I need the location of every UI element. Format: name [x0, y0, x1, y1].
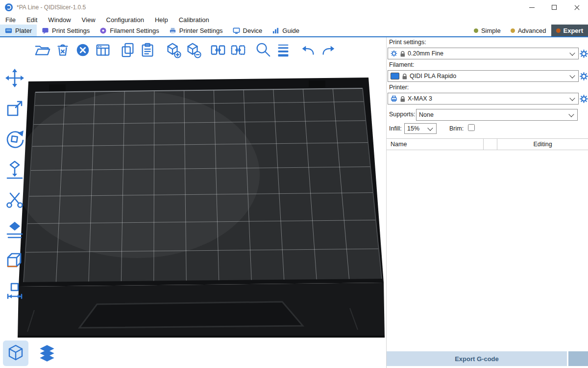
tab-guide[interactable]: Guide — [267, 25, 304, 36]
layer-height-icon — [275, 42, 292, 58]
editor-cube-icon — [6, 343, 25, 363]
chevron-down-icon — [427, 125, 433, 131]
column-header-name[interactable]: Name — [387, 139, 484, 150]
delete-button[interactable] — [54, 40, 71, 60]
rotate-tool-button[interactable] — [3, 128, 26, 150]
move-tool-button[interactable] — [3, 67, 26, 89]
copy-button[interactable] — [120, 40, 136, 60]
export-options-button[interactable] — [568, 351, 588, 366]
arrange-icon — [95, 42, 111, 58]
tab-printer-settings-label: Printer Settings — [179, 27, 223, 34]
menu-file[interactable]: File — [0, 16, 21, 24]
supports-label: Supports: — [389, 111, 416, 118]
print-preset-combobox[interactable]: 0.20mm Fine — [388, 48, 579, 59]
undo-button[interactable] — [300, 40, 317, 60]
tab-printer-settings[interactable]: Printer Settings — [164, 25, 228, 36]
split-parts-icon — [230, 42, 246, 58]
print-preset-value: 0.20mm Fine — [408, 50, 443, 57]
print-settings-icon — [42, 27, 49, 34]
infill-label: Infill: — [389, 125, 402, 132]
guide-icon — [272, 27, 279, 34]
brim-label: Brim: — [449, 125, 464, 132]
tab-plater[interactable]: Plater — [0, 25, 37, 36]
printer-preset-value: X-MAX 3 — [408, 95, 432, 102]
arrange-button[interactable] — [95, 40, 111, 60]
mode-switcher: Simple Advanced Expert — [469, 25, 588, 36]
printer-settings-icon — [169, 27, 176, 34]
delete-all-button[interactable] — [74, 40, 91, 60]
viewport-3d-scene[interactable] — [0, 37, 386, 368]
print-settings-gear-button[interactable] — [579, 49, 588, 58]
viewport-3d[interactable] — [0, 37, 386, 368]
filament-settings-icon — [99, 27, 107, 34]
filament-preset-value: QIDI PLA Rapido — [410, 73, 456, 79]
mode-simple[interactable]: Simple — [469, 25, 506, 36]
infill-combobox[interactable]: 15% — [404, 123, 437, 134]
filament-preset-combobox[interactable]: QIDI PLA Rapido — [388, 70, 579, 82]
place-on-face-tool-button[interactable] — [3, 158, 26, 181]
tab-print-settings[interactable]: Print Settings — [37, 25, 95, 36]
minimize-icon — [529, 7, 535, 8]
copy-icon — [120, 42, 136, 58]
remove-instance-button[interactable] — [185, 40, 201, 60]
left-toolbar — [3, 67, 26, 302]
gear-icon — [580, 72, 588, 80]
menu-calibration[interactable]: Calibration — [173, 16, 215, 24]
mirror-icon — [4, 280, 25, 302]
menu-view[interactable]: View — [76, 16, 101, 24]
chevron-down-icon — [569, 50, 575, 55]
titlebar: *PA Line - QIDISlicer-1.0.5 — [0, 0, 588, 15]
column-header-editing[interactable]: Editing — [497, 139, 588, 150]
mode-expert[interactable]: Expert — [551, 25, 588, 36]
tab-filament-settings[interactable]: Filament Settings — [95, 25, 164, 36]
scale-tool-button[interactable] — [3, 97, 26, 120]
simple-mode-icon — [474, 28, 478, 33]
paste-button[interactable] — [140, 40, 156, 60]
chevron-down-icon — [569, 95, 575, 101]
mode-expert-label: Expert — [564, 27, 583, 34]
preview-view-button[interactable] — [34, 341, 60, 366]
tab-device-label: Device — [243, 27, 263, 34]
open-project-button[interactable] — [34, 40, 51, 60]
mode-advanced[interactable]: Advanced — [506, 25, 551, 36]
printer-preset-combobox[interactable]: X-MAX 3 — [388, 93, 579, 105]
supports-combobox[interactable]: None — [416, 109, 578, 121]
menubar: File Edit Window View Configuration Help… — [0, 15, 588, 25]
printer-icon — [391, 95, 397, 102]
menu-edit[interactable]: Edit — [21, 16, 43, 24]
search-button[interactable] — [255, 40, 271, 60]
mirror-tool-button[interactable] — [3, 280, 26, 302]
brim-checkbox[interactable] — [468, 124, 475, 131]
menu-help[interactable]: Help — [149, 16, 173, 24]
object-list[interactable] — [387, 150, 588, 337]
menu-window[interactable]: Window — [43, 16, 76, 24]
menu-configuration[interactable]: Configuration — [101, 16, 149, 24]
infill-value: 15% — [407, 125, 419, 132]
variable-layer-height-button[interactable] — [275, 40, 292, 60]
paint-tool-button[interactable] — [3, 219, 26, 241]
measure-tool-button[interactable] — [3, 249, 26, 272]
printer-label: Printer: — [389, 84, 409, 91]
trash-icon — [54, 42, 71, 58]
close-button[interactable] — [565, 0, 588, 15]
measure-cube-icon — [4, 250, 25, 271]
paste-icon — [140, 42, 156, 58]
tab-device[interactable]: Device — [228, 25, 268, 36]
gear-icon — [580, 95, 588, 103]
maximize-button[interactable] — [543, 0, 565, 15]
filament-label: Filament: — [389, 61, 414, 68]
split-objects-button[interactable] — [210, 40, 226, 60]
printer-settings-gear-button[interactable] — [579, 94, 588, 103]
window-controls — [520, 0, 588, 15]
editor-view-button[interactable] — [3, 341, 28, 366]
export-gcode-button[interactable]: Export G-code — [387, 351, 567, 366]
advanced-mode-icon — [511, 28, 515, 33]
minimize-button[interactable] — [520, 0, 543, 15]
cut-tool-button[interactable] — [3, 188, 26, 211]
filament-settings-gear-button[interactable] — [579, 72, 588, 80]
add-instance-button[interactable] — [165, 40, 181, 60]
redo-button[interactable] — [320, 40, 337, 60]
split-parts-button[interactable] — [230, 40, 246, 60]
device-icon — [233, 27, 240, 34]
split-objects-icon — [210, 42, 226, 58]
